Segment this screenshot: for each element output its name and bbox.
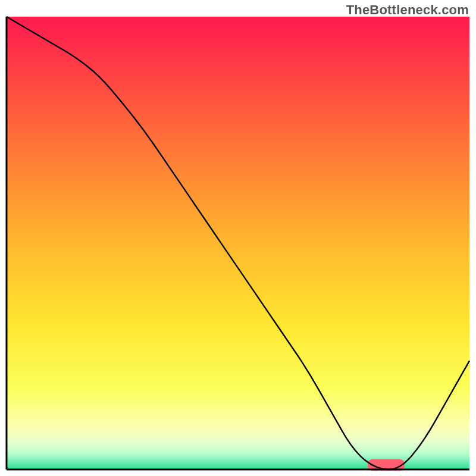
- chart-root: TheBottleneck.com: [0, 0, 476, 476]
- bottleneck-chart: [0, 0, 476, 476]
- chart-background: [7, 17, 469, 469]
